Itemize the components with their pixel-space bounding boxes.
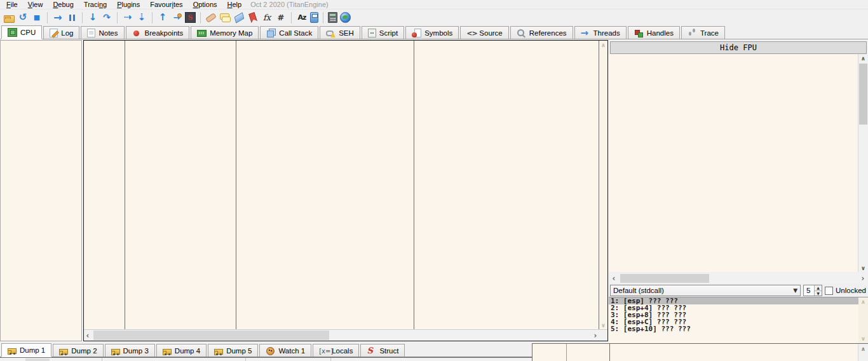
- menu-favourites[interactable]: Favourites: [145, 0, 187, 9]
- menu-file[interactable]: File: [1, 0, 23, 9]
- scroll-right-icon[interactable]: ›: [859, 273, 867, 283]
- scroll-down-icon[interactable]: ∨: [599, 322, 607, 329]
- open-file-icon[interactable]: [4, 15, 15, 23]
- stack-vertical-scrollbar[interactable]: ∧: [858, 344, 868, 361]
- menu-options[interactable]: Options: [188, 0, 222, 9]
- execute-till-return-icon[interactable]: [157, 12, 168, 23]
- scroll-down-icon[interactable]: ∨: [858, 264, 868, 272]
- menu-view[interactable]: View: [23, 0, 48, 9]
- step-over-icon[interactable]: [101, 12, 112, 23]
- tab-dump-5[interactable]: Dump 5: [208, 344, 258, 357]
- registers-vertical-scrollbar[interactable]: ∧ ∨: [858, 54, 868, 272]
- scroll-up-icon[interactable]: ∧: [858, 54, 868, 62]
- scrollbar-thumb[interactable]: [93, 330, 329, 340]
- arguments-vertical-scrollbar[interactable]: ∧ ∨: [858, 297, 868, 343]
- menu-tracing[interactable]: Tracing: [79, 0, 112, 9]
- calling-convention-select[interactable]: Default (stdcall) ▼: [610, 285, 801, 296]
- comment-icon[interactable]: [219, 12, 231, 23]
- column-divider: [330, 358, 331, 361]
- registers-view[interactable]: ∧ ∨: [609, 54, 868, 272]
- label-icon[interactable]: [233, 12, 245, 23]
- dump-tab-bar: Dump 1 Dump 2 Dump 3 Dump 4 Dump 5 Watch…: [0, 343, 532, 357]
- tab-dump-1[interactable]: Dump 1: [1, 343, 51, 357]
- tab-notes[interactable]: Notes: [81, 26, 124, 39]
- symbols-icon: [412, 29, 421, 37]
- pause-icon[interactable]: [66, 12, 78, 23]
- function-icon[interactable]: [261, 12, 273, 23]
- view-tab-bar: CPU Log Notes Breakpoints Memory Map Cal…: [0, 25, 868, 39]
- scrollbar-thumb[interactable]: [620, 274, 709, 283]
- patch-icon[interactable]: [205, 12, 217, 23]
- tab-struct[interactable]: Struct: [360, 344, 405, 357]
- stack-view-sliver: ∧: [532, 343, 868, 361]
- plugin-calculator-icon[interactable]: [328, 12, 337, 23]
- argument-count-stepper[interactable]: 5 ▲ ▼: [803, 285, 822, 296]
- menu-plugins[interactable]: Plugins: [112, 0, 145, 9]
- stepper-down-icon[interactable]: ▼: [815, 290, 822, 296]
- trace-into-icon[interactable]: [136, 12, 147, 23]
- restart-icon[interactable]: [17, 12, 29, 23]
- registers-horizontal-scrollbar[interactable]: ‹ ›: [610, 273, 867, 283]
- argument-row[interactable]: 5: [esp+10] ??? ???: [609, 325, 858, 332]
- hash-icon[interactable]: [275, 12, 287, 23]
- calculator-icon[interactable]: [310, 12, 318, 23]
- run-icon[interactable]: [52, 12, 64, 23]
- tab-dump-4[interactable]: Dump 4: [156, 344, 207, 357]
- globe-icon[interactable]: [340, 12, 351, 23]
- tab-cpu[interactable]: CPU: [1, 25, 42, 39]
- menu-debug[interactable]: Debug: [48, 0, 78, 9]
- scroll-left-icon[interactable]: ‹: [610, 273, 618, 283]
- tab-references[interactable]: References: [510, 26, 573, 39]
- chevron-down-icon: ▼: [793, 287, 797, 294]
- unlocked-checkbox[interactable]: [825, 287, 833, 295]
- step-into-icon[interactable]: [87, 12, 98, 23]
- disassembly-horizontal-scrollbar[interactable]: ‹ ›: [84, 329, 607, 341]
- tab-watch-1[interactable]: Watch 1: [259, 344, 311, 357]
- dump-view-sliver: [0, 357, 532, 361]
- column-divider: [566, 344, 567, 361]
- scroll-right-icon[interactable]: ›: [592, 330, 599, 341]
- calling-convention-row: Default (stdcall) ▼ 5 ▲ ▼ Unlocked: [610, 285, 867, 296]
- animate-into-icon[interactable]: [122, 12, 133, 23]
- dump-icon: [111, 349, 120, 355]
- scylla-icon[interactable]: [185, 12, 196, 23]
- tab-dump-2[interactable]: Dump 2: [53, 344, 103, 357]
- tab-script[interactable]: Script: [362, 26, 404, 39]
- tab-threads[interactable]: Threads: [574, 26, 627, 39]
- disassembly-view[interactable]: ∧ ∨ ‹ ›: [83, 40, 608, 341]
- scroll-down-icon[interactable]: ∨: [858, 336, 868, 342]
- tab-log[interactable]: Log: [43, 26, 79, 39]
- stepper-up-icon[interactable]: ▲: [815, 285, 822, 290]
- bookmark-icon[interactable]: [247, 12, 259, 23]
- tab-seh[interactable]: SEH: [320, 26, 360, 39]
- tab-symbols[interactable]: Symbols: [405, 26, 459, 39]
- toolbar-separator: [323, 12, 323, 24]
- tab-trace[interactable]: Trace: [681, 26, 725, 39]
- dump-icon: [163, 349, 172, 355]
- close-icon[interactable]: [31, 12, 43, 23]
- scrollbar-thumb[interactable]: [859, 64, 867, 125]
- disassembly-vertical-scrollbar[interactable]: ∧ ∨: [599, 41, 607, 330]
- arguments-view: 1: [esp] ??? ??? 2: [esp+4] ??? ??? 3: […: [609, 297, 868, 343]
- scroll-up-icon[interactable]: ∧: [599, 42, 607, 48]
- references-icon: [517, 29, 526, 37]
- scroll-up-icon[interactable]: ∧: [858, 344, 868, 353]
- tab-call-stack[interactable]: Call Stack: [260, 26, 318, 39]
- locals-icon: [319, 346, 329, 355]
- run-to-user-code-icon[interactable]: [171, 12, 182, 23]
- appearance-icon[interactable]: [296, 12, 308, 23]
- x64dbg-window: File View Debug Tracing Plugins Favourit…: [0, 0, 868, 361]
- tab-breakpoints[interactable]: Breakpoints: [126, 26, 190, 39]
- hide-fpu-button[interactable]: Hide FPU: [610, 41, 867, 54]
- tab-locals[interactable]: Locals: [313, 344, 359, 357]
- tab-memory-map[interactable]: Memory Map: [191, 26, 259, 39]
- column-divider: [236, 41, 236, 330]
- breakpoint-icon: [132, 29, 142, 37]
- scroll-up-icon[interactable]: ∧: [858, 299, 868, 305]
- tab-source[interactable]: Source: [460, 26, 508, 39]
- disassembly-sidebar: [0, 40, 82, 341]
- tab-handles[interactable]: Handles: [628, 26, 680, 39]
- tab-dump-3[interactable]: Dump 3: [105, 344, 155, 357]
- menu-help[interactable]: Help: [222, 0, 247, 9]
- scroll-left-icon[interactable]: ‹: [84, 330, 92, 341]
